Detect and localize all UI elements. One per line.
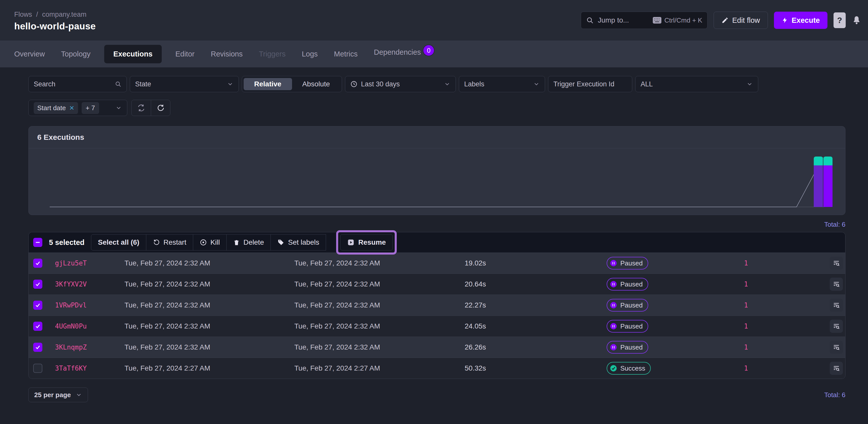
search-icon <box>586 17 594 24</box>
start-date-cell: Tue, Feb 27, 2024 2:32 AM <box>122 343 292 351</box>
pause-circle-icon <box>610 281 617 288</box>
pause-circle-icon <box>610 322 617 330</box>
check-icon <box>35 344 41 350</box>
more-columns-chip: + 7 <box>82 102 99 114</box>
flow-tabbar: Overview Topology Executions Editor Revi… <box>0 40 868 67</box>
execution-id-link[interactable]: 3KLnqmpZ <box>52 344 122 351</box>
breadcrumb-flows[interactable]: Flows <box>14 11 32 19</box>
trigger-execution-id-input[interactable] <box>553 80 627 88</box>
execution-id-link[interactable]: 1VRwPDvl <box>52 301 122 309</box>
tab-logs[interactable]: Logs <box>302 50 318 58</box>
chart-line <box>50 158 823 207</box>
table-row[interactable]: 3KLnqmpZ Tue, Feb 27, 2024 2:32 AM Tue, … <box>29 337 845 358</box>
absolute-toggle[interactable]: Absolute <box>292 78 340 90</box>
executions-chart-title: 6 Executions <box>29 126 845 149</box>
select-all-button[interactable]: Select all (6) <box>91 234 146 251</box>
resume-button[interactable]: Resume <box>340 234 393 251</box>
end-date-cell: Tue, Feb 27, 2024 2:32 AM <box>292 301 465 309</box>
select-all-checkbox[interactable] <box>33 238 42 247</box>
chart-bar <box>814 157 823 207</box>
restart-button[interactable]: Restart <box>146 234 193 251</box>
duration-cell: 50.32s <box>465 364 607 372</box>
check-icon <box>35 323 41 329</box>
per-page-select[interactable]: 25 per page <box>28 388 88 402</box>
chevron-down-icon <box>227 81 234 87</box>
execution-id-link[interactable]: gjLzu5eT <box>52 259 122 267</box>
duration-cell: 26.26s <box>465 343 607 351</box>
jump-to-input[interactable] <box>598 16 648 24</box>
minus-icon <box>34 239 41 246</box>
log-search-button[interactable] <box>830 278 843 291</box>
kill-button[interactable]: Kill <box>193 234 227 251</box>
row-checkbox[interactable] <box>33 322 42 331</box>
table-row[interactable]: 3TaTf6KY Tue, Feb 27, 2024 2:27 AM Tue, … <box>29 358 845 379</box>
labels-filter-select[interactable]: Labels <box>459 76 545 92</box>
row-checkbox[interactable] <box>33 364 42 373</box>
visible-columns-select[interactable]: Start date + 7 <box>28 100 127 116</box>
delete-button[interactable]: Delete <box>226 234 271 251</box>
set-labels-button[interactable]: Set labels <box>271 234 326 251</box>
execution-id-link[interactable]: 4UGmN0Pu <box>52 322 122 330</box>
log-search-button[interactable] <box>830 257 843 270</box>
state-label: Paused <box>620 344 643 351</box>
text-search-icon <box>833 259 840 267</box>
search-input[interactable] <box>34 80 111 88</box>
table-row[interactable]: 3KfYXV2V Tue, Feb 27, 2024 2:32 AM Tue, … <box>29 273 845 295</box>
log-search-button[interactable] <box>830 299 843 312</box>
jump-to-search[interactable]: Ctrl/Cmd + K <box>581 12 708 29</box>
execution-id-link[interactable]: 3KfYXV2V <box>52 281 122 288</box>
log-search-button[interactable] <box>830 341 843 354</box>
chip-close-icon[interactable] <box>69 105 74 111</box>
log-search-button[interactable] <box>830 320 843 333</box>
start-date-cell: Tue, Feb 27, 2024 2:27 AM <box>122 364 292 372</box>
tab-topology[interactable]: Topology <box>61 50 91 58</box>
auto-refresh-button[interactable] <box>131 100 151 116</box>
trigger-execution-id-filter[interactable] <box>548 76 632 92</box>
duration-cell: 22.27s <box>465 301 607 309</box>
tab-executions[interactable]: Executions <box>104 45 162 63</box>
state-label: Paused <box>620 322 643 330</box>
table-total-top: Total: 6 <box>28 221 845 228</box>
search-filter[interactable] <box>28 76 127 92</box>
pause-circle-icon <box>610 344 617 351</box>
scope-filter-select[interactable]: ALL <box>635 76 758 92</box>
help-button[interactable]: ? <box>834 12 846 28</box>
breadcrumb-separator: / <box>36 11 38 19</box>
state-badge: Paused <box>607 257 648 269</box>
end-date-cell: Tue, Feb 27, 2024 2:32 AM <box>292 322 465 330</box>
state-label: Paused <box>620 301 643 309</box>
row-checkbox[interactable] <box>33 301 42 310</box>
table-row[interactable]: 4UGmN0Pu Tue, Feb 27, 2024 2:32 AM Tue, … <box>29 316 845 337</box>
clock-icon <box>350 80 358 88</box>
table-row[interactable]: 1VRwPDvl Tue, Feb 27, 2024 2:32 AM Tue, … <box>29 295 845 316</box>
tab-revisions[interactable]: Revisions <box>211 50 243 58</box>
executions-chart <box>29 149 845 215</box>
row-checkbox[interactable] <box>33 259 42 268</box>
breadcrumb-namespace[interactable]: company.team <box>42 11 87 19</box>
row-checkbox[interactable] <box>33 343 42 352</box>
date-range-select[interactable]: Last 30 days <box>345 76 456 92</box>
executions-table: 5 selected Select all (6) Restart Kill <box>28 232 845 379</box>
pencil-icon <box>721 17 728 24</box>
tab-dependencies[interactable]: Dependencies 0 <box>374 48 435 60</box>
log-search-button[interactable] <box>830 362 843 375</box>
pause-circle-icon <box>610 259 617 267</box>
state-filter-select[interactable]: State <box>130 76 239 92</box>
page-title: hello-world-pause <box>14 21 96 32</box>
table-footer: 25 per page Total: 6 <box>28 388 845 402</box>
tab-metrics[interactable]: Metrics <box>334 50 358 58</box>
edit-flow-button[interactable]: Edit flow <box>714 12 768 29</box>
duration-cell: 24.05s <box>465 322 607 330</box>
bell-icon[interactable] <box>852 15 861 25</box>
row-checkbox[interactable] <box>33 280 42 289</box>
tab-overview[interactable]: Overview <box>14 50 45 58</box>
tab-editor[interactable]: Editor <box>176 50 195 58</box>
tab-triggers[interactable]: Triggers <box>259 50 285 58</box>
start-date-cell: Tue, Feb 27, 2024 2:32 AM <box>122 301 292 309</box>
execute-button[interactable]: Execute <box>774 12 828 29</box>
execution-id-link[interactable]: 3TaTf6KY <box>52 364 122 372</box>
relative-toggle[interactable]: Relative <box>244 78 292 90</box>
chart-axis-and-line <box>29 149 845 215</box>
table-row[interactable]: gjLzu5eT Tue, Feb 27, 2024 2:32 AM Tue, … <box>29 253 845 273</box>
refresh-button[interactable] <box>151 100 170 116</box>
